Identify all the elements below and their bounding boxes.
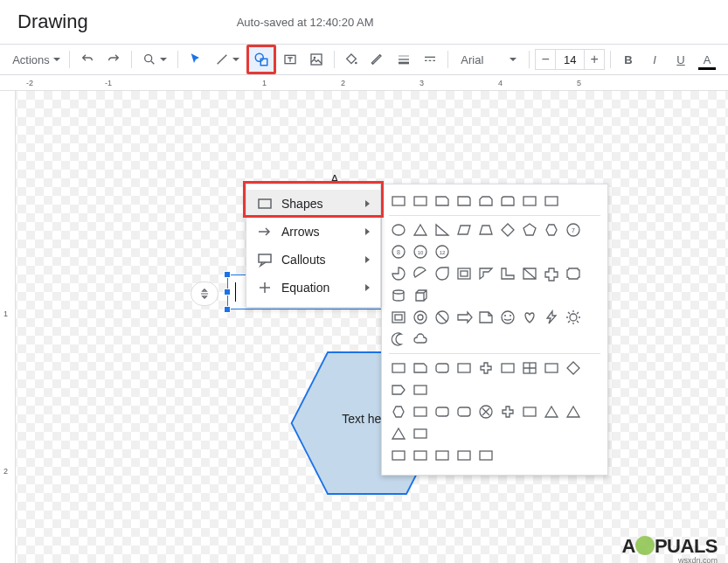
redo-button[interactable] (101, 47, 126, 72)
shape-option-rect[interactable] (454, 358, 474, 378)
shape-option-ellipse[interactable] (389, 220, 408, 240)
shape-option-rect[interactable] (476, 446, 496, 465)
shape-option-tri[interactable] (542, 402, 561, 421)
shape-option-snip2[interactable] (476, 191, 496, 211)
shape-option-bolt[interactable] (542, 308, 561, 327)
shape-option-diag[interactable] (520, 264, 539, 283)
text-color-button[interactable]: A (695, 47, 719, 72)
undo-button[interactable] (75, 47, 100, 72)
font-size-increase[interactable]: + (584, 49, 605, 70)
resize-handle-ml[interactable] (224, 288, 231, 295)
zoom-button[interactable] (137, 47, 172, 72)
shape-option-dec[interactable]: 10 (411, 242, 430, 261)
actions-button[interactable]: Actions (9, 47, 64, 72)
font-size-input[interactable] (556, 49, 584, 70)
shape-option-rect[interactable] (520, 191, 539, 211)
shape-option-oct[interactable]: 8 (389, 242, 408, 261)
shape-option-cloud[interactable] (411, 330, 430, 349)
shape-option-heart[interactable] (520, 308, 539, 327)
shape-tool[interactable] (249, 47, 274, 72)
shape-option-teardrop[interactable] (433, 264, 452, 283)
shape-option-moon[interactable] (389, 330, 408, 349)
shape-option-rect[interactable] (389, 446, 408, 465)
shape-option-rect[interactable] (498, 358, 517, 378)
font-selector[interactable]: Arial (454, 47, 523, 72)
shape-option-round[interactable] (454, 402, 474, 421)
shape-option-tri[interactable] (564, 402, 583, 421)
shape-option-block[interactable] (454, 308, 474, 327)
shape-option-cube[interactable] (411, 286, 430, 305)
shape-option-fold[interactable] (476, 308, 496, 327)
menu-item-shapes[interactable]: Shapes (246, 190, 380, 218)
underline-button[interactable]: U (669, 47, 693, 72)
shape-option-hex[interactable] (389, 402, 408, 421)
shape-option-hex[interactable] (542, 220, 561, 240)
border-color-button[interactable] (365, 47, 390, 72)
shape-option-xcirc[interactable] (476, 402, 496, 421)
shape-option-triangle[interactable] (411, 220, 430, 240)
shape-option-L[interactable] (498, 264, 517, 283)
shape-option-diamond[interactable] (564, 358, 583, 378)
shape-option-rect[interactable] (411, 402, 430, 421)
shape-option-rect[interactable] (389, 358, 408, 378)
line-tool[interactable] (210, 47, 245, 72)
shape-option-noentry[interactable] (433, 308, 452, 327)
shape-option-pent[interactable] (520, 220, 539, 240)
shape-option-frame[interactable] (454, 264, 474, 283)
border-dash-button[interactable] (418, 47, 442, 72)
shape-option-round1[interactable] (454, 191, 474, 211)
shape-option-rect[interactable] (411, 191, 430, 211)
select-tool[interactable] (184, 47, 208, 72)
fill-color-button[interactable] (339, 47, 364, 72)
shape-option-para[interactable] (454, 220, 474, 240)
menu-item-equation[interactable]: Equation (246, 274, 380, 302)
shape-option-plus[interactable] (476, 358, 496, 378)
shape-option-round[interactable] (433, 402, 452, 421)
shape-option-plaque[interactable] (564, 264, 583, 283)
shape-option-cross[interactable] (542, 264, 561, 283)
shape-option-diamond[interactable] (498, 220, 517, 240)
shape-option-sun[interactable] (564, 308, 583, 327)
shape-option-round2[interactable] (498, 191, 517, 211)
shape-option-bevel[interactable] (389, 308, 408, 327)
shape-option-rect[interactable] (433, 446, 452, 465)
shape-option-window[interactable] (520, 358, 539, 378)
font-size-decrease[interactable]: − (535, 49, 556, 70)
shape-option-tri[interactable] (389, 424, 408, 443)
shape-option-pie[interactable] (389, 264, 408, 283)
shape-option-plus[interactable] (498, 402, 517, 421)
vertical-ruler: 1 2 (0, 91, 16, 563)
shape-option-rect[interactable] (542, 358, 561, 378)
shape-option-rect[interactable] (389, 191, 408, 211)
shape-option-rect[interactable] (411, 380, 430, 400)
drag-handle-icon[interactable] (191, 282, 218, 306)
shape-option-can[interactable] (389, 286, 408, 305)
shape-option-rect[interactable] (454, 446, 474, 465)
image-tool[interactable] (304, 47, 329, 72)
shape-option-rect[interactable] (411, 424, 430, 443)
shape-option-donut[interactable] (411, 308, 430, 327)
menu-item-arrows[interactable]: Arrows (246, 218, 380, 246)
shape-option-rect[interactable] (411, 446, 430, 465)
shape-option-rect[interactable] (520, 402, 539, 421)
textbox-tool[interactable] (278, 47, 302, 72)
shape-option-hept[interactable]: 7 (564, 220, 583, 240)
shape-option-smile[interactable] (498, 308, 517, 327)
resize-handle-bl[interactable] (224, 306, 231, 313)
shape-option-tag[interactable] (389, 380, 408, 400)
shape-option-chord[interactable] (411, 264, 430, 283)
resize-handle-tl[interactable] (224, 271, 231, 278)
menu-item-callouts[interactable]: Callouts (246, 246, 380, 274)
shape-option-rtri[interactable] (433, 220, 452, 240)
shape-option-round[interactable] (433, 358, 452, 378)
shape-option-snip1[interactable] (433, 191, 452, 211)
shape-option-trap[interactable] (476, 220, 496, 240)
italic-button[interactable]: I (642, 47, 667, 72)
shape-option-dodec[interactable]: 12 (433, 242, 452, 261)
shape-option-snip[interactable] (411, 358, 430, 378)
bold-button[interactable]: B (616, 47, 641, 72)
shape-option-rect[interactable] (542, 191, 561, 211)
shape-option-halfframe[interactable] (476, 264, 496, 283)
border-weight-button[interactable] (392, 47, 416, 72)
canvas[interactable]: 1 2 A to provide simple yet solutions re… (0, 91, 728, 563)
